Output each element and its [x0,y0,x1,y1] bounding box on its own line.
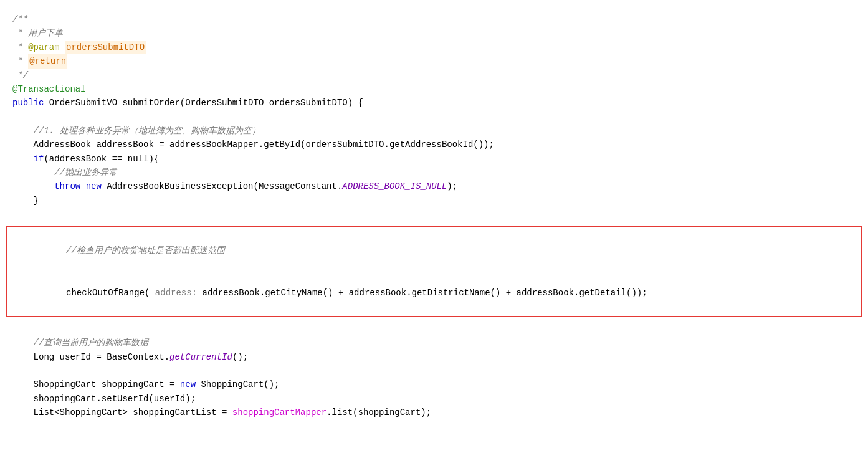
code-line: throw new AddressBookBusinessException(M… [0,179,868,193]
code-text [60,41,65,54]
code-text: List<ShoppingCart> shoppingCartList = [12,406,232,419]
code-line: */ [0,69,868,82]
empty-line [0,110,868,124]
code-line: if(addressBook == null){ [0,152,868,166]
highlighted-block: //检查用户的收货地址是否超出配送范围 checkOutOfRange( add… [6,226,862,317]
code-text: (addressBook == null){ [44,152,159,166]
empty-line [0,364,868,378]
code-text: * [12,54,28,68]
code-text: */ [12,69,28,82]
mapper-call: shoppingCartMapper [232,406,327,419]
comment-zh: //1. 处理各种业务异常（地址簿为空、购物车数据为空） [12,124,260,138]
code-line: * @param ordersSubmitDTO [0,41,868,54]
code-line: //抛出业务异常 [0,166,868,179]
code-line: * @return [0,54,868,68]
code-text: AddressBookBusinessException(MessageCons… [102,179,342,193]
annotation-return: @return [28,54,67,68]
code-line: @Transactional [0,82,868,96]
keyword-throw: throw [54,179,80,193]
keyword-new: new [86,179,102,193]
code-text: ShoppingCart(); [196,378,279,391]
code-line: /** [0,12,868,26]
code-line: } [0,194,868,207]
code-line: * 用户下单 [0,26,868,40]
code-text: OrderSubmitVO submitOrder(OrdersSubmitDT… [44,96,363,110]
param-name: ordersSubmitDTO [65,41,146,54]
code-text: checkOutOfRange( [45,288,155,298]
code-line: shoppingCart.setUserId(userId); [0,392,868,406]
code-text [12,179,54,193]
code-text: } [12,194,39,207]
comment-throw: //抛出业务异常 [12,166,117,179]
code-line: //查询当前用户的购物车数据 [0,336,868,350]
empty-line [0,322,868,336]
keyword-if: if [34,152,44,166]
empty-line [0,207,868,221]
address-label: address: [155,288,197,298]
code-text: Long userId = BaseContext. [12,350,169,364]
code-text: .list(shoppingCart); [327,406,431,419]
keyword-new2: new [180,378,196,391]
constant-address-null: ADDRESS_BOOK_IS_NULL [342,179,447,193]
code-editor: /** * 用户下单 * @param ordersSubmitDTO * @r… [0,0,868,453]
code-text: (); [232,350,248,364]
code-text: * 用户下单 [12,26,63,40]
code-text: AddressBook addressBook = addressBookMap… [12,138,494,151]
annotation-param: @param [28,41,59,54]
code-line: ShoppingCart shoppingCart = new Shopping… [0,378,868,391]
code-text [12,152,34,166]
method-get-current-id: getCurrentId [169,350,232,364]
code-text: shoppingCart.setUserId(userId); [12,392,196,406]
annotation-tag: @Transactional [12,82,86,96]
code-text: ShoppingCart shoppingCart = [12,378,180,391]
highlight-comment-line: //检查用户的收货地址是否超出配送范围 [14,230,854,272]
code-line: List<ShoppingCart> shoppingCartList = sh… [0,406,868,419]
keyword-public: public [12,96,44,110]
code-text: ); [447,179,457,193]
code-text [80,179,85,193]
code-line: //1. 处理各种业务异常（地址簿为空、购物车数据为空） [0,124,868,138]
highlight-code-line: checkOutOfRange( address: addressBook.ge… [14,272,854,313]
code-text: /** [12,12,28,26]
comment-query-cart: //查询当前用户的购物车数据 [12,336,148,350]
code-line: AddressBook addressBook = addressBookMap… [0,138,868,151]
comment-check-range: //检查用户的收货地址是否超出配送范围 [45,246,224,255]
code-text: * [12,41,28,54]
code-line: Long userId = BaseContext.getCurrentId()… [0,350,868,364]
code-line: public OrderSubmitVO submitOrder(OrdersS… [0,96,868,110]
code-text: addressBook.getCityName() + addressBook.… [197,288,647,298]
